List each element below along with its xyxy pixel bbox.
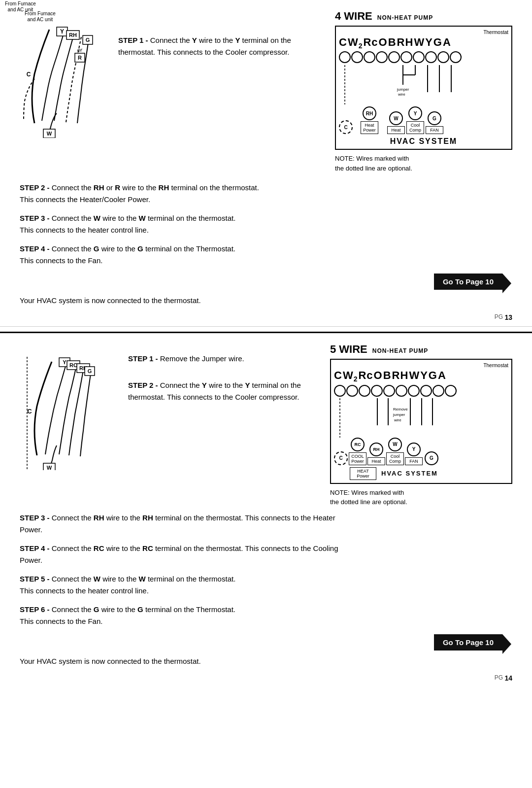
step6-p14: STEP 6 - Connect the G wire to the G ter… — [20, 604, 355, 627]
wire-count-p14: 5 WIRE — [330, 343, 367, 356]
heat-power-row: HEATPower HVAC SYSTEM — [334, 467, 508, 480]
go-to-page-row-p14: Go To Page 10 — [20, 634, 512, 651]
circle-A — [450, 51, 462, 63]
circle-RH — [400, 51, 412, 63]
svg-text:W: W — [47, 465, 52, 470]
hvac-box-heat-power-p14: HEATPower — [350, 467, 376, 480]
hvac-circle-C-p14: C — [334, 451, 348, 465]
hvac-box-cool-comp: CoolComp — [406, 121, 424, 134]
thermostat-label: Thermostat — [483, 30, 508, 35]
hvac-w-group: W Heat — [387, 111, 405, 134]
step5-heading-p14: STEP 5 - — [20, 575, 50, 583]
final-text-p14: Your HVAC system is now connected to the… — [20, 655, 512, 667]
step1-heading: STEP 1 - — [118, 36, 148, 44]
wire-type-p14: NON-HEAT PUMP — [372, 347, 428, 354]
svg-text:C: C — [27, 408, 32, 415]
hvac-box-fan: FAN — [426, 126, 443, 134]
circle-Y-p14 — [420, 385, 432, 397]
hvac-box-coolcomp-p14: CoolComp — [386, 452, 404, 465]
hvac-box-cool-power-p14: COOLPower — [349, 452, 366, 465]
note-block-p14: NOTE: Wires marked with the dotted line … — [330, 488, 512, 507]
svg-text:Remove: Remove — [393, 407, 408, 411]
hvac-circle-RC-p14: RC — [351, 438, 365, 451]
note-block: NOTE: Wires marked with the dotted line … — [335, 154, 512, 173]
circle-B-p14 — [383, 385, 395, 397]
hvac-c-group-p14: C — [334, 451, 348, 465]
hvac-circle-RH-p14: RH — [369, 443, 383, 456]
circle-C-p14 — [334, 385, 346, 397]
steps-1-2-p14: STEP 1 - Remove the Jumper wire. STEP 2 … — [128, 343, 320, 410]
term-W2-p14: W2 — [343, 369, 358, 383]
hvac-rh-group: RH HeatPower — [361, 106, 378, 134]
step2-paragraph: STEP 2 - Connect the RH or R wire to the… — [20, 182, 355, 206]
step5-p14: STEP 5 - Connect the W wire to the W ter… — [20, 573, 355, 597]
circle-RH-p14 — [396, 385, 407, 397]
term-RH: RH — [397, 36, 414, 49]
circle-W-p14 — [408, 385, 420, 397]
page-number-row-p13: PG 13 — [20, 313, 512, 321]
hvac-connections-p14: C RC COOLPower RH Heat W Cool — [334, 438, 508, 465]
circle-C — [339, 51, 351, 63]
circle-A-p14 — [445, 385, 457, 397]
four-wire-diagram: 4 WIRE NON-HEAT PUMP Thermostat C W2 Rc … — [335, 10, 512, 173]
term-W-p14: W — [409, 369, 420, 382]
step1-y2: Y — [235, 36, 240, 44]
svg-text:or: or — [77, 47, 83, 53]
wire-bundle-p14: From Furnace and AC unit C — [20, 343, 118, 472]
circle-Y — [425, 51, 437, 63]
term-Y-p14: Y — [420, 369, 428, 382]
pg-num: 13 — [504, 313, 512, 321]
thermostat-diagram: Thermostat C W2 Rc O B RH W Y G A — [335, 26, 512, 150]
term-O-p14: O — [374, 369, 383, 382]
wire-bundle-svg-p14: C Y RC RH G W — [20, 357, 108, 470]
terminal-letters-row-p14: C W2 Rc O B RH W Y G A — [334, 369, 508, 383]
wire-header-p14: 5 WIRE NON-HEAT PUMP — [330, 343, 512, 356]
step1-block: STEP 1 - Connect the Y wire to the Y ter… — [118, 10, 325, 65]
term-RH-p14: RH — [392, 369, 409, 382]
svg-text:G: G — [86, 37, 90, 43]
step1-paragraph: STEP 1 - Connect the Y wire to the Y ter… — [118, 34, 325, 58]
term-B-p14: B — [383, 369, 392, 382]
hvac-box-heat-power: HeatPower — [361, 121, 378, 134]
wiring-connections: jumper wire — [339, 65, 508, 104]
page-number-row-p14: PG 14 — [20, 674, 512, 682]
svg-text:wire: wire — [394, 418, 401, 422]
hvac-system-label: HVAC SYSTEM — [339, 137, 508, 146]
step1-heading-p14: STEP 1 - — [128, 354, 158, 363]
thermostat-diagram-p14: Thermostat C W2 Rc O B RH W Y G A — [330, 359, 512, 483]
step6-heading-p14: STEP 6 - — [20, 605, 50, 614]
term-A-p14: A — [438, 369, 446, 382]
terminal-letters-row: C W2 Rc O B RH W Y G A — [339, 36, 508, 50]
thermostat-top-label-p14: Thermostat — [334, 363, 508, 368]
from-label-p14: From Furnace and AC unit — [5, 1, 36, 13]
circle-W2 — [351, 51, 363, 63]
circle-G — [437, 51, 449, 63]
pg-num-p14: 14 — [504, 674, 512, 682]
hvac-connections: C RH HeatPower W Heat Y — [339, 106, 508, 134]
hvac-box-heat-p14: Heat — [367, 457, 385, 465]
step3-heading: STEP 3 - — [20, 214, 50, 222]
terminal-circles-p14 — [334, 385, 508, 397]
go-to-page-button[interactable]: Go To Page 10 — [434, 274, 502, 290]
hvac-w-group-p14: W CoolComp — [386, 438, 404, 465]
page-divider — [0, 332, 532, 333]
step3-p14: STEP 3 - Connect the RH wire to the RH t… — [20, 512, 355, 536]
step1-y: Y — [192, 36, 197, 44]
svg-text:jumper: jumper — [397, 87, 409, 92]
hvac-g-group: G FAN — [426, 111, 443, 134]
hvac-circle-C: C — [339, 120, 353, 134]
step4-heading: STEP 4 - — [20, 244, 50, 253]
go-to-page-row-p13: Go To Page 10 — [20, 274, 512, 290]
final-text-p13: Your HVAC system is now connected to the… — [20, 295, 512, 307]
hvac-g-group-p14: G — [425, 451, 438, 465]
step4-p14: STEP 4 - Connect the RC wire to the RC t… — [20, 543, 355, 566]
pg-label-p14: PG — [495, 674, 503, 682]
term-Y: Y — [425, 36, 433, 49]
step2-heading-p14: STEP 2 - — [128, 381, 158, 389]
go-to-page-button-p14[interactable]: Go To Page 10 — [434, 634, 502, 651]
svg-text:Y: Y — [60, 28, 64, 35]
hvac-rc-group-p14: RC COOLPower — [349, 438, 366, 465]
pg-label: PG — [495, 313, 503, 321]
term-A: A — [443, 36, 451, 49]
wire-count: 4 WIRE — [335, 10, 372, 23]
